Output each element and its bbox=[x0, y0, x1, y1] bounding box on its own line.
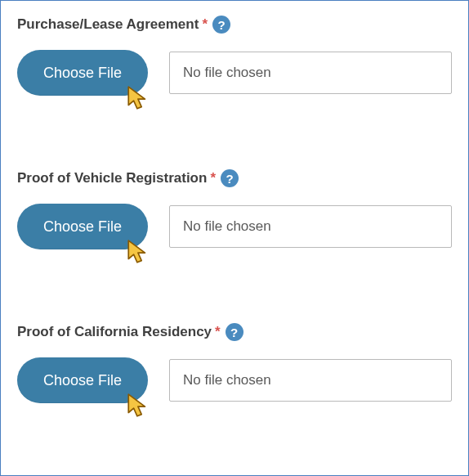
choose-file-button[interactable]: Choose File bbox=[17, 50, 148, 96]
label-row: Proof of Vehicle Registration * ? bbox=[17, 169, 452, 187]
file-status-text: No file chosen bbox=[183, 372, 271, 388]
field-label: Proof of California Residency bbox=[17, 324, 212, 340]
file-status-text: No file chosen bbox=[183, 65, 271, 81]
required-mark: * bbox=[215, 324, 221, 340]
required-mark: * bbox=[210, 170, 216, 186]
help-icon[interactable]: ? bbox=[212, 16, 230, 34]
required-mark: * bbox=[202, 16, 208, 33]
help-icon[interactable]: ? bbox=[226, 323, 243, 341]
field-label: Proof of Vehicle Registration bbox=[17, 170, 207, 186]
choose-file-button[interactable]: Choose File bbox=[17, 357, 148, 403]
field-vehicle-registration: Proof of Vehicle Registration * ? Choose… bbox=[17, 169, 452, 249]
field-california-residency: Proof of California Residency * ? Choose… bbox=[17, 323, 452, 403]
file-input-row: Choose File No file chosen bbox=[17, 204, 452, 249]
choose-file-button[interactable]: Choose File bbox=[17, 204, 148, 249]
upload-form-panel: Purchase/Lease Agreement * ? Choose File… bbox=[0, 0, 469, 476]
file-status-text: No file chosen bbox=[183, 218, 271, 235]
file-status-display: No file chosen bbox=[169, 52, 452, 94]
field-label: Purchase/Lease Agreement bbox=[17, 16, 199, 33]
file-status-display: No file chosen bbox=[169, 205, 452, 248]
file-status-display: No file chosen bbox=[169, 359, 452, 402]
file-input-row: Choose File No file chosen bbox=[17, 50, 452, 96]
field-purchase-lease-agreement: Purchase/Lease Agreement * ? Choose File… bbox=[17, 16, 452, 96]
file-input-row: Choose File No file chosen bbox=[17, 357, 452, 403]
label-row: Proof of California Residency * ? bbox=[17, 323, 452, 341]
label-row: Purchase/Lease Agreement * ? bbox=[17, 16, 452, 34]
help-icon[interactable]: ? bbox=[221, 169, 239, 187]
